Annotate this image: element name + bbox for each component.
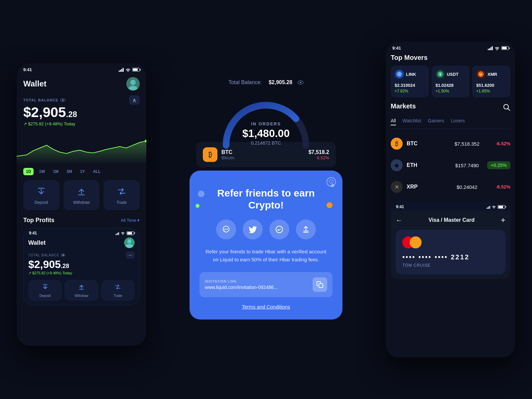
mover-link[interactable]: LINK $2.310024 +7.82%: [391, 66, 429, 97]
usdt-name: USDT: [447, 72, 459, 77]
btc-market-price: $7,518.352: [447, 141, 487, 147]
withdraw-label-left: Withdraw: [73, 200, 90, 205]
messenger-share-btn[interactable]: [269, 219, 289, 239]
svg-rect-8: [43, 284, 48, 285]
chat-icon: [221, 225, 231, 234]
terms-link[interactable]: Terms and Conditions: [200, 304, 332, 310]
market-row-eth[interactable]: ◈ ETH $157.7490 +0.25%: [391, 155, 510, 176]
nested-withdraw-svg: [78, 283, 85, 291]
card-add-btn[interactable]: +: [501, 215, 505, 225]
xrp-market-change: -8.52%: [487, 184, 510, 190]
action-buttons-left: Deposit Withdraw Trade: [17, 180, 146, 217]
btc-name: BTC: [221, 149, 234, 155]
filter-1d[interactable]: 1D: [23, 168, 34, 175]
nested-withdraw-label: Withdraw: [74, 294, 88, 298]
referral-info-btn[interactable]: ⓘ: [327, 177, 336, 187]
market-row-btc[interactable]: ₿ BTC $7,518.352 -6.52%: [391, 133, 510, 155]
trade-label-left: Trade: [116, 200, 127, 205]
eye-icon-left[interactable]: [60, 98, 66, 102]
btc-market-name: BTC: [407, 141, 447, 147]
nested-balance-label: TOTAL BALANCE ∼: [28, 251, 135, 259]
btc-market-icon: ₿: [391, 138, 403, 150]
nested-deposit-btn[interactable]: Deposit: [28, 280, 62, 301]
filter-3m[interactable]: 3M: [64, 168, 75, 175]
usdt-svg: $: [437, 71, 444, 77]
card-nav: ← Visa / Master Card +: [396, 215, 505, 225]
svg-rect-4: [78, 195, 85, 195]
nested-eye-icon: [61, 254, 65, 256]
invitation-content: INVITATION LINK www.liquid.com/invitatio…: [205, 280, 278, 290]
chat-share-btn[interactable]: [216, 219, 236, 239]
all-time-btn[interactable]: All Time ▾: [121, 218, 140, 223]
filter-1m[interactable]: 1M: [50, 168, 61, 175]
card-back-btn[interactable]: ←: [396, 216, 402, 224]
trade-icon: [116, 186, 128, 198]
tab-losers[interactable]: Losers: [451, 118, 465, 125]
twitter-share-btn[interactable]: [243, 219, 263, 239]
nested-wallet-title: Wallet: [28, 239, 46, 246]
center-section: Total Balance: $2,905.28 IN ORDERS $: [190, 79, 342, 320]
mover-usdt[interactable]: $ USDT $1.02428 +1.50%: [432, 66, 470, 97]
link-change: +7.82%: [395, 89, 425, 93]
nested-balance-section: TOTAL BALANCE ∼ $2,905.28 ↗ $275.82 (+9.…: [24, 251, 139, 277]
status-bar-left: 9:41: [17, 63, 146, 74]
copy-btn[interactable]: [313, 277, 327, 292]
wifi-icon: [125, 68, 131, 72]
top-profits-header: Top Profits All Time ▾: [23, 217, 140, 224]
nested-wifi: [121, 231, 125, 235]
nested-right-battery: [498, 205, 505, 209]
nested-right-signal: [486, 205, 490, 209]
nested-withdraw-icon: [78, 283, 85, 292]
market-row-xrp[interactable]: ✕ XRP $0.24042 -8.52%: [391, 176, 510, 198]
nested-trade-btn[interactable]: Trade: [101, 280, 135, 301]
nested-time: 9:41: [29, 231, 37, 235]
top-profits-title: Top Profits: [23, 217, 55, 224]
mover-xmr[interactable]: M XMR $51.6200 +1.85%: [472, 66, 510, 97]
btc-full-name: Bitcoin: [221, 155, 234, 160]
filter-all[interactable]: ALL: [90, 168, 103, 175]
nested-collapse[interactable]: ∼: [126, 251, 135, 259]
upload-share-btn[interactable]: [296, 219, 316, 239]
btc-right: $7,518.2 6.52%: [309, 149, 329, 160]
eth-market-name: ETH: [407, 162, 447, 168]
deposit-btn-left[interactable]: Deposit: [23, 180, 60, 210]
link-svg: [396, 71, 403, 77]
svg-rect-3: [38, 188, 45, 189]
svg-text:$: $: [439, 72, 441, 76]
btc-price: $7,518.2: [309, 149, 329, 155]
usdt-icon: $: [436, 69, 445, 79]
withdraw-btn-left[interactable]: Withdraw: [64, 180, 100, 210]
tab-gainers[interactable]: Gainers: [428, 118, 444, 125]
mover-link-header: LINK: [395, 69, 425, 79]
eth-market-change: +0.25%: [487, 161, 510, 169]
copy-icon: [316, 281, 324, 288]
deposit-label-left: Deposit: [35, 200, 48, 205]
search-svg: [503, 104, 510, 111]
filter-1y[interactable]: 1Y: [77, 168, 88, 175]
tab-all[interactable]: All: [391, 118, 396, 125]
markets-section: Markets All Watchlist Gainers Losers ₿ B…: [386, 102, 515, 198]
btc-icon: ₿: [203, 147, 217, 162]
svg-text:0.214672 BTC: 0.214672 BTC: [251, 140, 281, 146]
filter-1w[interactable]: 1W: [36, 168, 48, 175]
deco-dot-1: [198, 191, 204, 197]
xmr-icon: M: [476, 69, 485, 79]
status-bar-right: 9:41: [386, 42, 515, 52]
nested-withdraw-btn[interactable]: Withdraw: [65, 280, 98, 301]
nested-status-icons: [115, 231, 134, 235]
eye-icon-center[interactable]: [298, 80, 304, 84]
avatar-left[interactable]: [126, 77, 140, 90]
link-name: LINK: [406, 72, 416, 77]
nested-balance-change: ↗ $275.82 (+9.48%) Today: [28, 271, 135, 275]
status-icons-right: [488, 46, 509, 50]
tab-watchlist[interactable]: Watchlist: [403, 118, 421, 125]
wallet-title: Wallet: [23, 79, 47, 88]
xmr-change: +1.85%: [476, 89, 506, 93]
balance-change-left: ↗ $275.82 (+9.48%) Today: [23, 121, 140, 126]
top-movers-title: Top Movers: [391, 54, 510, 62]
chart-left: [17, 128, 146, 168]
collapse-btn[interactable]: ∧: [129, 95, 140, 105]
upload-icon: [301, 225, 311, 234]
search-icon[interactable]: [503, 104, 510, 113]
trade-btn-left[interactable]: Trade: [103, 180, 140, 210]
